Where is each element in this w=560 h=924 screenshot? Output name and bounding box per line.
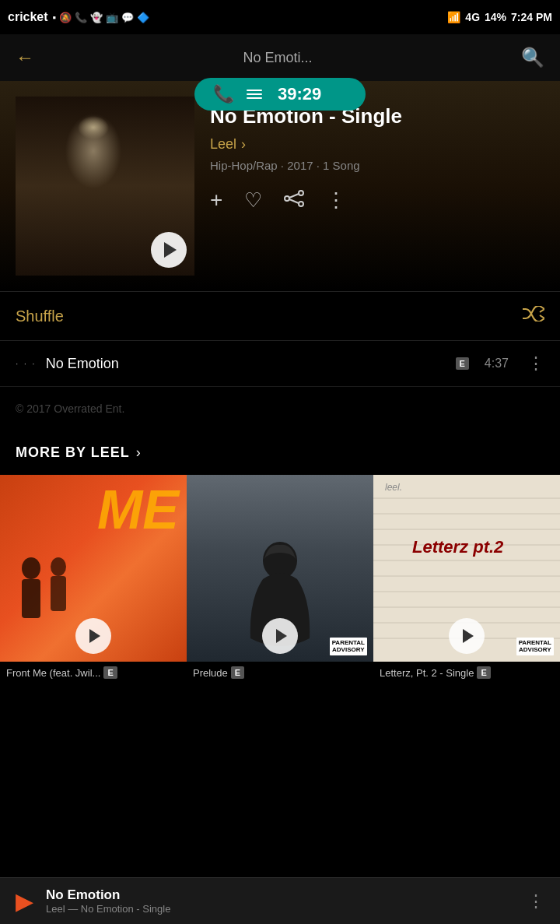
artist-chevron: ›	[241, 136, 246, 153]
mini-track-info: No Emotion Leel — No Emotion - Single	[46, 887, 515, 915]
advisory-badge-2: PARENTALADVISORY	[516, 638, 554, 655]
album-card-1[interactable]: PARENTALADVISORY Prelude E	[187, 475, 373, 685]
svg-point-2	[299, 202, 303, 206]
svg-line-4	[289, 199, 299, 203]
snapchat-icon: 👻	[90, 12, 103, 23]
mini-play-button[interactable]: ▶	[16, 887, 33, 915]
call-active-icon: 📞	[213, 84, 234, 104]
tv-icon: 📺	[106, 12, 118, 23]
call-banner[interactable]: 📞 39:29	[194, 78, 366, 111]
call-timer: 39:29	[278, 84, 321, 104]
carrier-label: cricket	[8, 10, 48, 24]
album-play-1[interactable]	[262, 618, 298, 654]
signal-icon: 📶	[447, 11, 460, 23]
play-icon-2	[463, 629, 474, 643]
call-lines	[247, 90, 262, 99]
play-icon-1	[276, 629, 287, 643]
svg-text:Letterz pt.2: Letterz pt.2	[412, 537, 504, 557]
silent-icon: 🔕	[59, 12, 72, 23]
more-by-title: MORE BY LEEL	[16, 444, 130, 461]
track-more-button[interactable]: ⋮	[527, 353, 544, 374]
album-actions: + ♡ ⋮	[210, 188, 544, 213]
album-play-0[interactable]	[75, 618, 111, 654]
svg-line-3	[289, 194, 299, 198]
shuffle-label: Shuffle	[16, 307, 64, 325]
explicit-0: E	[103, 666, 117, 679]
play-icon-0	[89, 629, 100, 643]
album-art-2: leel. Letterz pt.2 PARENTALADVISORY	[373, 475, 560, 662]
heart-button[interactable]: ♡	[244, 188, 262, 213]
status-right: 📶 4G 14% 7:24 PM	[447, 11, 552, 23]
front-me-art-text: ME	[97, 483, 179, 537]
svg-rect-6	[22, 579, 40, 618]
add-button[interactable]: +	[210, 188, 222, 213]
album-play-2[interactable]	[449, 618, 485, 654]
track-position: · · ·	[16, 358, 37, 369]
bluetooth-icon: 🔷	[137, 12, 149, 23]
album-card-2[interactable]: leel. Letterz pt.2 PARENTALADVISORY Lett…	[373, 475, 560, 685]
track-duration: 4:37	[485, 357, 509, 371]
album-hero: No Emotion - Single Leel › Hip-Hop/Rap ·…	[0, 81, 560, 291]
call-icon-status: 📞	[75, 12, 87, 23]
album-meta: Hip-Hop/Rap · 2017 · 1 Song	[210, 159, 544, 172]
album-label-0: Front Me (feat. Jwil... E	[0, 662, 187, 685]
message-icon: ▪	[53, 12, 57, 23]
shuffle-row[interactable]: Shuffle	[0, 291, 560, 341]
more-by-header[interactable]: MORE BY LEEL ›	[0, 430, 560, 475]
album-play-button[interactable]	[151, 232, 187, 268]
explicit-2: E	[477, 666, 490, 679]
album-card-0[interactable]: ME Front Me (feat. Jwil... E	[0, 475, 187, 685]
mini-player[interactable]: ▶ No Emotion Leel — No Emotion - Single …	[0, 877, 560, 924]
track-name: No Emotion	[46, 356, 446, 372]
advisory-badge-1: PARENTALADVISORY	[330, 638, 367, 655]
mini-track-sub: Leel — No Emotion - Single	[46, 903, 515, 915]
shuffle-icon	[523, 306, 544, 326]
more-button[interactable]: ⋮	[326, 188, 346, 213]
albums-grid: ME Front Me (feat. Jwil... E	[0, 475, 560, 685]
album-info: No Emotion - Single Leel › Hip-Hop/Rap ·…	[210, 97, 544, 213]
album-art-0: ME	[0, 475, 187, 662]
signal-label: 4G	[465, 11, 480, 23]
explicit-badge: E	[456, 357, 469, 370]
svg-point-1	[299, 191, 303, 195]
share-button[interactable]	[284, 188, 304, 213]
album-label-1: Prelude E	[187, 662, 373, 685]
battery-label: 14%	[485, 11, 506, 23]
svg-text:leel.: leel.	[385, 482, 402, 493]
copyright: © 2017 Overrated Ent.	[0, 387, 560, 430]
svg-rect-8	[51, 576, 66, 611]
status-bar: cricket ▪ 🔕 📞 👻 📺 💬 🔷 📶 4G 14% 7:24 PM	[0, 0, 560, 34]
svg-point-0	[285, 196, 289, 201]
back-button[interactable]: ←	[16, 47, 34, 69]
play-triangle-icon	[164, 242, 177, 258]
album-art-container	[16, 97, 194, 276]
more-by-section: MORE BY LEEL › ME Front Me (feat. Jwil..…	[0, 430, 560, 693]
top-nav: ← No Emoti... 🔍	[0, 34, 560, 81]
nav-title: No Emoti...	[243, 50, 312, 66]
mini-track-name: No Emotion	[46, 887, 515, 903]
svg-point-5	[22, 557, 40, 579]
status-icons: ▪ 🔕 📞 👻 📺 💬 🔷	[53, 12, 150, 23]
chat-icon: 💬	[121, 12, 134, 23]
more-by-chevron: ›	[136, 444, 141, 461]
svg-point-7	[51, 557, 66, 576]
album-label-2: Letterz, Pt. 2 - Single E	[373, 662, 560, 685]
album-artist[interactable]: Leel ›	[210, 136, 544, 153]
album-art-1: PARENTALADVISORY	[187, 475, 373, 662]
track-item[interactable]: · · · No Emotion E 4:37 ⋮	[0, 341, 560, 387]
time-label: 7:24 PM	[511, 11, 552, 23]
explicit-1: E	[231, 666, 244, 679]
mini-more-button[interactable]: ⋮	[527, 891, 544, 912]
search-button[interactable]: 🔍	[521, 47, 544, 69]
artist-name: Leel	[210, 136, 236, 153]
